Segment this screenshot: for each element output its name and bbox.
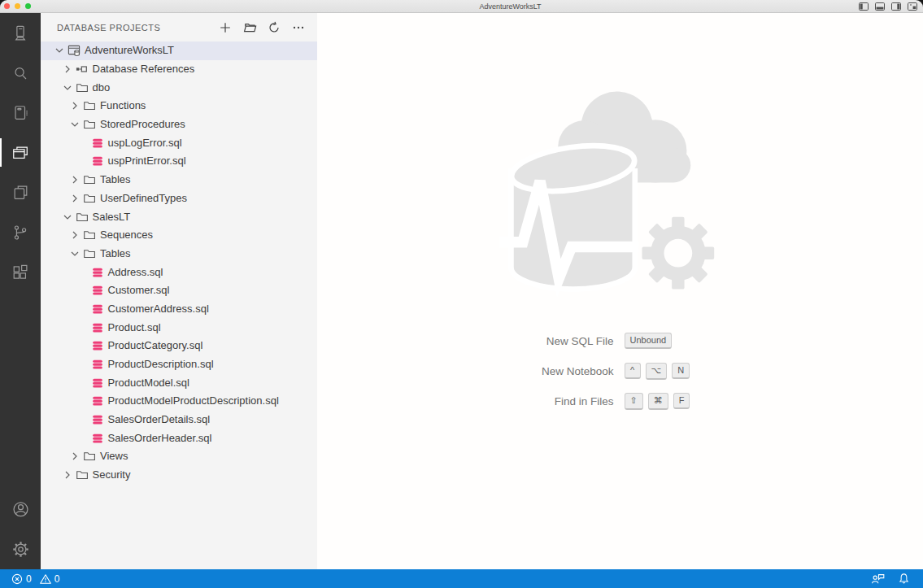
chevron-icon xyxy=(76,358,89,371)
problems-errors[interactable]: 0 xyxy=(8,573,35,585)
activity-bar-item-database-projects[interactable] xyxy=(0,133,41,172)
app-window: AdventureWorksLT xyxy=(0,0,923,588)
tree-item-salesorderdetails-sql[interactable]: SalesOrderDetails.sql xyxy=(41,411,317,429)
chevron-icon[interactable] xyxy=(68,173,81,186)
chevron-icon[interactable] xyxy=(68,247,81,260)
tree-item-label: StoredProcedures xyxy=(100,118,185,131)
tree-item-productcategory-sql[interactable]: ProductCategory.sql xyxy=(41,337,317,355)
keycap: ⇧ xyxy=(625,393,643,410)
tree-item-label: ProductModel.sql xyxy=(108,377,189,390)
tree-item-customer-sql[interactable]: Customer.sql xyxy=(41,281,317,300)
activity-bar-item-extensions[interactable] xyxy=(0,252,41,292)
shortcut-keys: ⇧⌘F xyxy=(625,393,769,410)
folder-icon xyxy=(83,118,96,131)
tree-item-label: SalesOrderDetails.sql xyxy=(108,413,211,426)
minimize-window-button[interactable] xyxy=(15,3,20,9)
chevron-icon[interactable] xyxy=(61,63,74,76)
toggle-secondary-sidebar-icon[interactable] xyxy=(891,2,901,11)
tree-item-usplogerror-sql[interactable]: uspLogError.sql xyxy=(41,133,317,152)
tree-item-label: uspPrintError.sql xyxy=(108,155,186,168)
shortcut-row: Find in Files ⇧⌘F xyxy=(480,390,769,412)
tree-item-uspprinterror-sql[interactable]: uspPrintError.sql xyxy=(41,152,317,171)
problems-warnings[interactable]: 0 xyxy=(37,573,63,585)
activity-bar-item-connections[interactable] xyxy=(0,13,41,53)
tree-item-productmodelproductdescription-sql[interactable]: ProductModelProductDescription.sql xyxy=(41,392,317,411)
tree-item-functions[interactable]: Functions xyxy=(41,97,317,115)
chevron-icon[interactable] xyxy=(53,44,66,57)
refresh-button[interactable] xyxy=(267,20,281,35)
chevron-icon[interactable] xyxy=(68,192,81,205)
chevron-icon[interactable] xyxy=(68,99,81,112)
chevron-icon[interactable] xyxy=(61,81,74,94)
folder-icon xyxy=(83,192,96,205)
tree-item-label: Security xyxy=(93,468,131,481)
create-new-project-button[interactable] xyxy=(218,20,233,35)
tree-item-productmodel-sql[interactable]: ProductModel.sql xyxy=(41,373,317,392)
tree-item-views[interactable]: Views xyxy=(41,447,317,466)
tree-item-sequences[interactable]: Sequences xyxy=(41,226,317,245)
error-icon xyxy=(11,573,23,585)
tree-item-storedprocedures[interactable]: StoredProcedures xyxy=(41,115,317,134)
notifications-button[interactable] xyxy=(898,573,910,585)
chevron-icon[interactable] xyxy=(61,211,74,224)
search-icon xyxy=(11,64,29,82)
open-projects-button[interactable] xyxy=(242,20,257,35)
chevron-icon[interactable] xyxy=(61,468,74,481)
close-window-button[interactable] xyxy=(4,3,10,9)
tree-item-saleslt[interactable]: SalesLT xyxy=(41,207,317,226)
tree-item-salesorderheader-sql[interactable]: SalesOrderHeader.sql xyxy=(41,429,317,447)
window-controls xyxy=(4,3,31,9)
shortcut-row: New SQL File Unbound xyxy=(480,329,769,352)
activity-bar-item-accounts[interactable] xyxy=(0,490,41,529)
tree-item-label: Product.sql xyxy=(108,321,161,334)
folder-open-icon xyxy=(243,21,257,34)
sql-file-icon xyxy=(91,137,104,150)
tree-item-product-sql[interactable]: Product.sql xyxy=(41,318,317,337)
keycap: ⌘ xyxy=(648,393,668,410)
tree-item-tables[interactable]: Tables xyxy=(41,171,317,189)
activity-bar-item-settings[interactable] xyxy=(0,529,41,569)
warning-count: 0 xyxy=(54,573,60,585)
toggle-panel-icon[interactable] xyxy=(875,2,885,11)
chevron-icon[interactable] xyxy=(68,450,81,463)
toggle-primary-sidebar-icon[interactable] xyxy=(859,2,869,11)
activity-bar-item-search[interactable] xyxy=(0,53,41,93)
activity-bar-item-explorer[interactable] xyxy=(0,172,41,212)
activity-bar-item-source-control[interactable] xyxy=(0,212,41,252)
activity-bar-item-notebooks[interactable] xyxy=(0,93,41,133)
tree-item-dbo[interactable]: dbo xyxy=(41,78,317,97)
window-title: AdventureWorksLT xyxy=(479,2,541,11)
sql-file-icon xyxy=(91,377,104,390)
zoom-window-button[interactable] xyxy=(25,3,31,9)
tree-item-adventureworkslt[interactable]: AdventureWorksLT xyxy=(41,41,317,60)
tree-item-security[interactable]: Security xyxy=(41,466,317,485)
tree-item-label: Address.sql xyxy=(108,266,163,279)
side-panel-database-projects: DATABASE PROJECTS AdventureWorksLT Datab… xyxy=(41,13,317,569)
folder-icon xyxy=(76,211,89,224)
chevron-icon[interactable] xyxy=(68,229,81,242)
database-projects-tree: AdventureWorksLT Database References dbo… xyxy=(41,41,317,569)
chevron-icon xyxy=(76,413,89,426)
tree-item-label: CustomerAddress.sql xyxy=(108,303,209,316)
tree-item-label: Database References xyxy=(93,63,195,76)
keycap: F xyxy=(673,393,690,409)
activity-bar xyxy=(0,13,41,569)
tree-item-productdescription-sql[interactable]: ProductDescription.sql xyxy=(41,355,317,374)
chevron-icon[interactable] xyxy=(68,118,81,131)
tree-item-database-references[interactable]: Database References xyxy=(41,60,317,79)
chevron-icon xyxy=(76,303,89,316)
feedback-button[interactable] xyxy=(871,573,885,585)
more-actions-button[interactable] xyxy=(291,20,306,35)
folder-icon xyxy=(83,173,96,186)
customize-layout-icon[interactable] xyxy=(908,2,917,11)
tree-item-userdefinedtypes[interactable]: UserDefinedTypes xyxy=(41,189,317,208)
sql-file-icon xyxy=(91,413,104,426)
tree-item-customeraddress-sql[interactable]: CustomerAddress.sql xyxy=(41,300,317,319)
keycap: ^ xyxy=(625,363,641,379)
tree-item-address-sql[interactable]: Address.sql xyxy=(41,263,317,281)
extensions-icon xyxy=(11,264,29,281)
tree-item-tables[interactable]: Tables xyxy=(41,245,317,264)
tree-item-label: Views xyxy=(100,450,128,463)
chevron-icon xyxy=(76,155,89,168)
editor-area: New SQL File Unbound New Notebook ^⌥N Fi… xyxy=(317,13,923,569)
